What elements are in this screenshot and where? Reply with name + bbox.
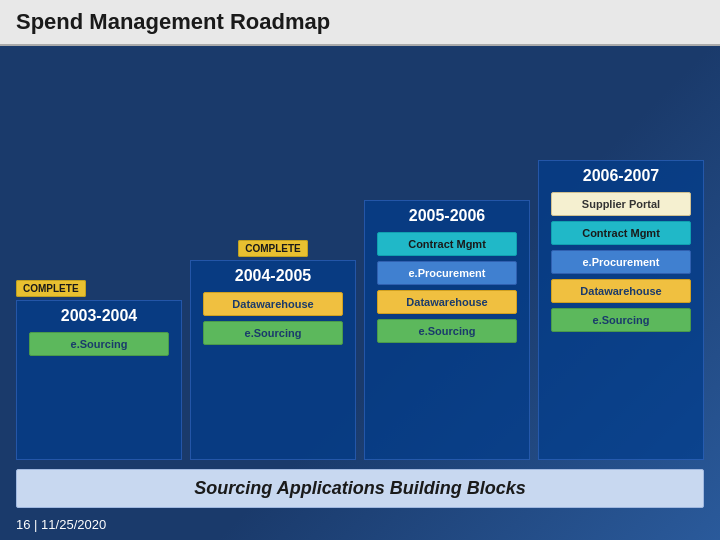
page: Spend Management Roadmap COMPLETE 2003-2…: [0, 0, 720, 540]
col-year-4: 2006-2007: [583, 167, 660, 185]
col-year-1: 2003-2004: [61, 307, 138, 325]
roadmap-columns: COMPLETE 2003-2004 e.Sourcing COMPLETE: [16, 106, 704, 460]
page-title: Spend Management Roadmap: [16, 9, 330, 35]
list-item: e.Procurement: [377, 261, 517, 285]
col-items-1: e.Sourcing: [21, 332, 177, 356]
list-item: Supplier Portal: [551, 192, 691, 216]
list-item: e.Sourcing: [551, 308, 691, 332]
col-items-3: Contract Mgmt e.Procurement Datawarehous…: [369, 232, 525, 343]
col-bg-2: 2004-2005 Datawarehouse e.Sourcing: [190, 260, 356, 460]
complete-badge-col2: COMPLETE: [238, 240, 308, 257]
title-bar: Spend Management Roadmap: [0, 0, 720, 44]
complete-badge-col1: COMPLETE: [16, 280, 86, 297]
column-2003-2004: COMPLETE 2003-2004 e.Sourcing: [16, 278, 182, 460]
column-2004-2005: COMPLETE 2004-2005 Datawarehouse e.Sourc…: [190, 238, 356, 460]
content-area: COMPLETE 2003-2004 e.Sourcing COMPLETE: [0, 46, 720, 540]
col-items-4: Supplier Portal Contract Mgmt e.Procurem…: [543, 192, 699, 332]
list-item: Contract Mgmt: [377, 232, 517, 256]
list-item: Datawarehouse: [551, 279, 691, 303]
list-item: Datawarehouse: [377, 290, 517, 314]
footer-banner: Sourcing Applications Building Blocks: [16, 469, 704, 508]
column-2005-2006: 2005-2006 Contract Mgmt e.Procurement Da…: [364, 200, 530, 460]
list-item: Datawarehouse: [203, 292, 343, 316]
list-item: e.Procurement: [551, 250, 691, 274]
col-bg-4: 2006-2007 Supplier Portal Contract Mgmt …: [538, 160, 704, 460]
col-year-3: 2005-2006: [409, 207, 486, 225]
page-number-area: 16 | 11/25/2020: [16, 517, 106, 532]
list-item: Contract Mgmt: [551, 221, 691, 245]
col-bg-3: 2005-2006 Contract Mgmt e.Procurement Da…: [364, 200, 530, 460]
page-number: 16: [16, 517, 30, 532]
col-bg-1: 2003-2004 e.Sourcing: [16, 300, 182, 460]
col-items-2: Datawarehouse e.Sourcing: [195, 292, 351, 345]
list-item: e.Sourcing: [377, 319, 517, 343]
col-year-2: 2004-2005: [235, 267, 312, 285]
list-item: e.Sourcing: [29, 332, 169, 356]
column-2006-2007: 2006-2007 Supplier Portal Contract Mgmt …: [538, 160, 704, 460]
list-item: e.Sourcing: [203, 321, 343, 345]
page-date: 11/25/2020: [41, 517, 106, 532]
